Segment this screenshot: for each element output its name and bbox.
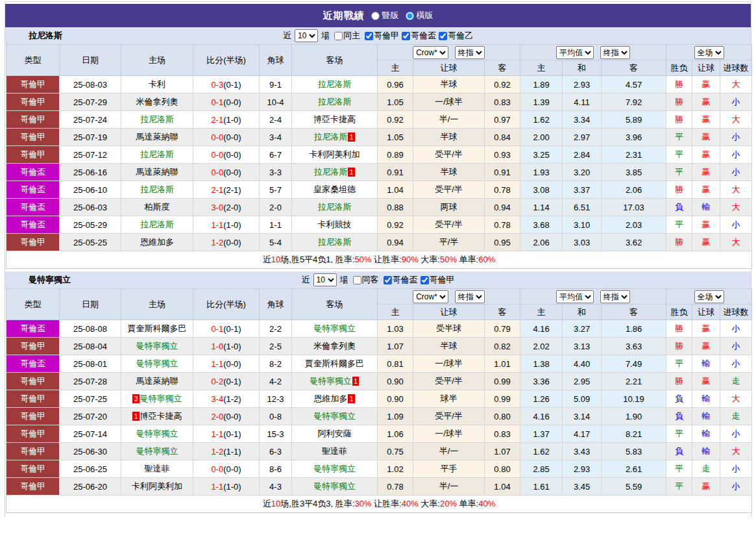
match-row: 哥倫甲25-07-14曼特寧獨立1-1(0-1)15-3阿利安薩1.06一/球半… xyxy=(6,425,752,443)
final-odds-select[interactable]: 终指 xyxy=(455,290,485,303)
same-venue-checkbox[interactable] xyxy=(353,276,361,284)
result-goals: 大 xyxy=(720,234,752,251)
avg-home-odds: 4.16 xyxy=(520,320,563,338)
handicap-home-odds: 0.96 xyxy=(378,76,413,94)
handicap-away-odds: 0.99 xyxy=(485,373,520,390)
avg-away-odds: 5.83 xyxy=(602,443,666,460)
summary-part: 让胜率: xyxy=(371,255,401,264)
home-team-name: 馬達萊納聯 xyxy=(136,376,178,386)
score: 1-0(1-0) xyxy=(193,338,260,355)
recent-matches-table: 类型 日期 主场 比分(半场) 角球 客场 Crow* 终指 平均值 终指 xyxy=(6,288,752,513)
league-filter-checkbox[interactable] xyxy=(421,276,429,284)
horizontal-layout-radio[interactable] xyxy=(406,12,414,20)
result-handicap: 赢 xyxy=(692,216,720,234)
league-filter-option[interactable]: 哥倫盃 xyxy=(399,30,436,42)
home-team-section: 拉尼洛斯 近 10 場 同主 哥倫甲哥倫盃哥倫乙 类型 xyxy=(5,27,751,269)
league-filter-checkbox[interactable] xyxy=(365,32,373,40)
league-filter-option[interactable]: 哥倫甲 xyxy=(362,30,399,42)
score: 0-1(0-1) xyxy=(193,320,260,338)
vertical-layout-radio[interactable] xyxy=(371,12,380,20)
league-filter-label: 哥倫乙 xyxy=(448,30,473,42)
half-time-score: (1-2) xyxy=(223,394,241,404)
result-wdl: 平 xyxy=(666,460,692,478)
away-team-name: 卡利阿美利加 xyxy=(310,149,360,159)
half-time-score: (1-0) xyxy=(223,342,241,351)
match-date: 25-06-30 xyxy=(60,443,121,460)
col-away: 客场 xyxy=(292,289,378,320)
summary-part: 60% xyxy=(478,255,495,264)
home-team-name: 曼特寧獨立 xyxy=(140,394,182,403)
match-count-select[interactable]: 10 xyxy=(295,29,318,42)
avg-draw-odds: 3.34 xyxy=(563,111,602,129)
result-goals: 大 xyxy=(720,111,752,129)
corner-count: 4-3 xyxy=(260,478,292,495)
odds-provider-select[interactable]: Crow* xyxy=(413,290,448,303)
result-wdl: 平 xyxy=(666,129,692,146)
summary-part: 单率: xyxy=(457,255,478,264)
scope-select[interactable]: 全场 xyxy=(694,290,724,303)
avg-away-odds: 1.86 xyxy=(602,320,666,338)
final-odds-select-2[interactable]: 终指 xyxy=(600,290,630,303)
away-team-name: 拉尼洛斯 xyxy=(318,97,352,107)
league-filter-checkbox[interactable] xyxy=(402,32,410,40)
league-badge: 哥倫甲 xyxy=(6,111,60,129)
avg-home-odds: 2.06 xyxy=(520,234,563,251)
home-team: 曼特寧獨立 xyxy=(121,338,193,355)
score: 2-0(0-0) xyxy=(193,408,260,425)
half-time-score: (1-0) xyxy=(223,220,241,230)
same-venue-option[interactable]: 同主 xyxy=(332,30,360,42)
league-filter-checkbox[interactable] xyxy=(439,32,447,40)
avg-away-odds: 3.63 xyxy=(602,338,666,355)
league-filter-checkbox[interactable] xyxy=(384,276,392,284)
average-odds-select[interactable]: 平均值 xyxy=(556,290,594,303)
result-wdl: 平 xyxy=(666,425,692,443)
avg-home-odds: 2.02 xyxy=(520,338,563,355)
corner-count: 6-7 xyxy=(260,146,292,164)
match-date: 25-08-01 xyxy=(60,355,121,373)
layout-horizontal-option[interactable]: 橫版 xyxy=(406,10,433,21)
league-badge: 哥倫甲 xyxy=(6,460,60,478)
home-team: 曼特寧獨立 xyxy=(121,425,193,443)
league-filter-option[interactable]: 哥倫甲 xyxy=(418,274,455,286)
result-goals: 小 xyxy=(720,146,752,164)
same-venue-checkbox[interactable] xyxy=(334,32,343,40)
handicap-away-odds: 1.07 xyxy=(485,443,520,460)
result-handicap: 赢 xyxy=(692,478,720,495)
same-venue-option[interactable]: 同客 xyxy=(350,274,379,286)
scope-select[interactable]: 全场 xyxy=(694,46,724,59)
layout-vertical-option[interactable]: 豎版 xyxy=(371,10,399,21)
half-time-score: (1-0) xyxy=(223,115,241,125)
avg-away-odds: 17.03 xyxy=(602,199,666,216)
handicap-odds-controls: Crow* 终指 xyxy=(378,45,520,60)
half-time-score: (0-0) xyxy=(223,238,241,247)
league-filter-option[interactable]: 哥倫乙 xyxy=(436,30,473,42)
result-goals: 小 xyxy=(720,338,752,355)
away-team: 米倫拿列奧 xyxy=(292,338,378,355)
full-time-score: 0-0 xyxy=(211,168,223,177)
match-row: 哥倫甲25-06-25聖達菲0-0(0-0)8-6曼特寧獨立1.02平手0.80… xyxy=(6,460,752,478)
avg-draw-odds: 3.20 xyxy=(563,164,602,181)
away-team-name: 拉尼洛斯 xyxy=(318,202,352,212)
final-odds-select[interactable]: 终指 xyxy=(455,46,485,59)
col-away: 客场 xyxy=(292,45,378,76)
league-filter-option[interactable]: 哥倫盃 xyxy=(381,274,418,286)
match-row: 哥倫甲25-08-03卡利0-3(0-1)9-1拉尼洛斯0.96半球0.921.… xyxy=(6,76,752,94)
col-avg-draw: 和 xyxy=(563,305,602,320)
odds-provider-select[interactable]: Crow* xyxy=(413,46,448,59)
horizontal-layout-label: 橫版 xyxy=(417,10,433,21)
away-team: 聖達菲 xyxy=(292,443,378,460)
result-handicap: 赢 xyxy=(692,234,720,251)
home-team: 1博亞卡捷高 xyxy=(121,408,193,425)
final-odds-select-2[interactable]: 终指 xyxy=(600,46,630,59)
near-label: 近 xyxy=(283,30,291,42)
match-count-select[interactable]: 10 xyxy=(313,273,337,286)
record-summary: 近10场,胜3平4负3, 胜率:30% 让胜率:40% 大率:20% 单率:40… xyxy=(6,495,752,513)
match-date: 25-08-04 xyxy=(60,338,121,355)
full-time-score: 2-1 xyxy=(211,185,223,195)
average-odds-select[interactable]: 平均值 xyxy=(556,46,594,59)
match-date: 25-07-29 xyxy=(60,94,121,111)
corner-count: 0-8 xyxy=(260,408,292,425)
result-goals: 小 xyxy=(720,94,752,111)
handicap-home-odds: 1.06 xyxy=(378,425,413,443)
home-team-name: 米倫拿列奧 xyxy=(136,97,178,107)
